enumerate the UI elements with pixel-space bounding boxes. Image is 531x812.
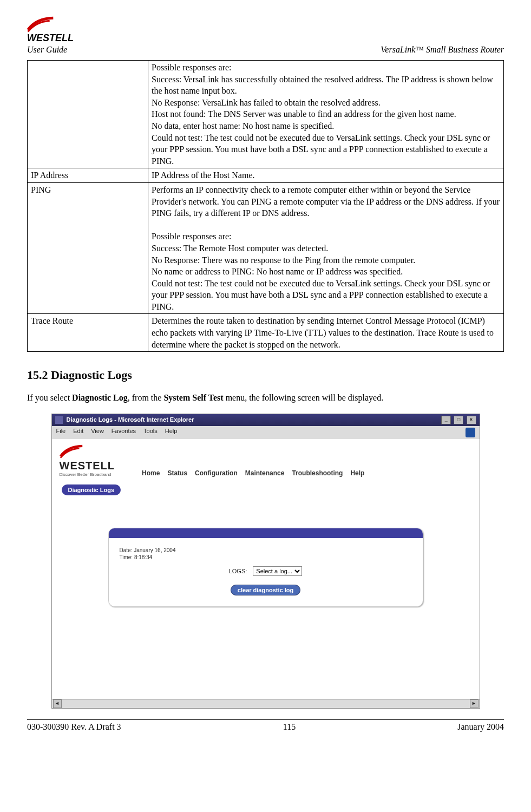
- nav-home[interactable]: Home: [142, 469, 160, 477]
- logs-select[interactable]: Select a log...: [253, 566, 302, 576]
- table-cell-desc: Performs an IP connectivity check to a r…: [148, 182, 504, 314]
- page-brand: WESTELL Discover Better Broadband: [60, 444, 115, 477]
- footer-page-number: 115: [283, 722, 296, 732]
- nav-configuration[interactable]: Configuration: [195, 469, 238, 477]
- minimize-button[interactable]: _: [441, 416, 451, 424]
- logs-label: LOGS:: [229, 568, 247, 574]
- footer-right: January 2004: [457, 722, 504, 732]
- reference-table: Possible responses are: Success: VersaLi…: [27, 60, 504, 352]
- table-cell-label: Trace Route: [28, 314, 148, 352]
- embedded-screenshot: Diagnostic Logs - Microsoft Internet Exp…: [51, 414, 480, 709]
- table-row: PING Performs an IP connectivity check t…: [28, 182, 504, 314]
- nav-maintenance[interactable]: Maintenance: [245, 469, 285, 477]
- page-footer: 030-300390 Rev. A Draft 3 115 January 20…: [27, 719, 504, 732]
- table-cell-label: [28, 61, 148, 168]
- table-row: Possible responses are: Success: VersaLi…: [28, 61, 504, 168]
- table-cell-desc: Possible responses are: Success: VersaLi…: [148, 61, 504, 168]
- table-cell-label: PING: [28, 182, 148, 314]
- brand-name: WESTELL: [27, 32, 74, 44]
- close-button[interactable]: ×: [467, 416, 476, 424]
- top-nav: Home Status Configuration Maintenance Tr…: [142, 469, 364, 477]
- scroll-left-icon[interactable]: ◄: [53, 699, 62, 708]
- brand-name: WESTELL: [60, 460, 115, 472]
- menu-edit[interactable]: Edit: [73, 428, 83, 437]
- menu-favorites[interactable]: Favorites: [112, 428, 136, 437]
- diagnostic-panel: Date: January 16, 2004 Time: 8:18:34 LOG…: [108, 528, 423, 607]
- ie-logo-icon: [466, 428, 475, 437]
- westell-logo-icon: [27, 16, 54, 32]
- menu-tools[interactable]: Tools: [143, 428, 158, 437]
- brand-tagline: Discover Better Broadband: [60, 472, 115, 477]
- panel-header-bar: [109, 528, 423, 538]
- panel-time: Time: 8:18:34: [120, 554, 412, 561]
- browser-menubar: File Edit View Favorites Tools Help: [52, 426, 480, 439]
- browser-page-icon: [55, 416, 63, 424]
- header-right-label: VersaLink™ Small Business Router: [381, 45, 504, 55]
- nav-status[interactable]: Status: [167, 469, 187, 477]
- header-left-label: User Guide: [27, 45, 67, 55]
- page-content: WESTELL Discover Better Broadband Home S…: [52, 439, 480, 699]
- section-intro: If you select Diagnostic Log, from the S…: [27, 393, 504, 403]
- intro-text: , from the: [128, 393, 164, 402]
- menu-view[interactable]: View: [91, 428, 104, 437]
- footer-left: 030-300390 Rev. A Draft 3: [27, 722, 121, 732]
- table-cell-label: IP Address: [28, 168, 148, 183]
- page-header: WESTELL User Guide VersaLink™ Small Busi…: [27, 16, 504, 55]
- menu-help[interactable]: Help: [165, 428, 178, 437]
- panel-date: Date: January 16, 2004: [120, 547, 412, 554]
- intro-text: menu, the following screen will be displ…: [224, 393, 383, 402]
- menu-file[interactable]: File: [56, 428, 66, 437]
- clear-diagnostic-log-button[interactable]: clear diagnostic log: [231, 585, 300, 595]
- nav-troubleshooting[interactable]: Troubleshooting: [292, 469, 343, 477]
- window-titlebar: Diagnostic Logs - Microsoft Internet Exp…: [52, 414, 480, 426]
- section-heading: 15.2 Diagnostic Logs: [27, 368, 504, 382]
- westell-logo-icon: [60, 444, 83, 459]
- maximize-button[interactable]: □: [454, 416, 463, 424]
- intro-bold: System Self Test: [163, 393, 223, 402]
- window-controls: _ □ ×: [440, 416, 476, 424]
- intro-text: If you select: [27, 393, 72, 402]
- intro-bold: Diagnostic Log: [72, 393, 128, 402]
- window-title: Diagnostic Logs - Microsoft Internet Exp…: [67, 416, 194, 423]
- table-row: IP Address IP Address of the Host Name.: [28, 168, 504, 183]
- table-row: Trace Route Determines the route taken t…: [28, 314, 504, 352]
- tab-diagnostic-logs[interactable]: Diagnostic Logs: [62, 484, 121, 495]
- horizontal-scrollbar[interactable]: ◄ ►: [52, 699, 480, 708]
- scroll-right-icon[interactable]: ►: [470, 699, 478, 708]
- table-cell-desc: IP Address of the Host Name.: [148, 168, 504, 183]
- table-cell-desc: Determines the route taken to destinatio…: [148, 314, 504, 352]
- nav-help[interactable]: Help: [350, 469, 364, 477]
